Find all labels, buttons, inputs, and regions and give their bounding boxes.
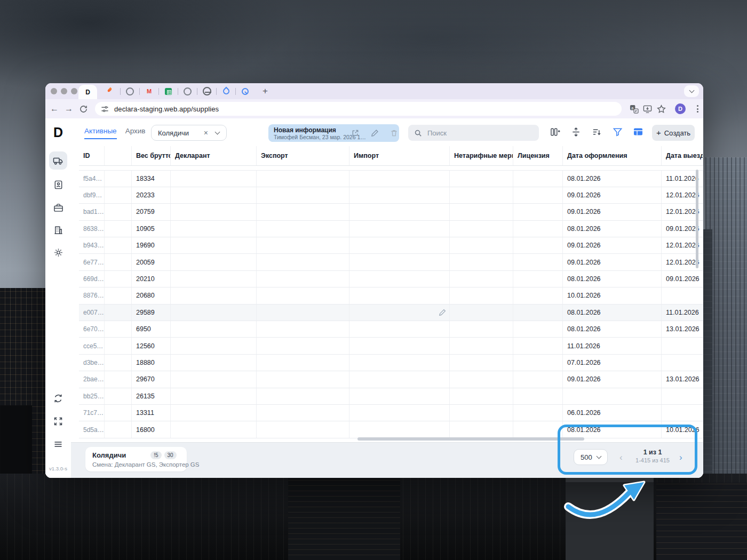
horizontal-scrollbar[interactable] xyxy=(357,437,584,441)
sidebar-item-supplies[interactable] xyxy=(49,151,67,170)
organization-card[interactable]: Колядичи !530 Смена: Декларант GS, Экспо… xyxy=(85,447,187,471)
column-header[interactable] xyxy=(105,146,132,165)
organization-name: Колядичи xyxy=(92,451,126,459)
profile-avatar[interactable]: D xyxy=(675,103,686,114)
address-bar[interactable]: declara-staging.web.app/supplies xyxy=(95,102,622,116)
sidebar-menu-button[interactable] xyxy=(49,435,67,453)
cell-license xyxy=(513,321,563,337)
translate-button[interactable]: a xyxy=(628,103,640,115)
pinned-tab-zoom[interactable] xyxy=(236,88,255,95)
pinned-tab-sheets[interactable] xyxy=(159,88,178,95)
briefcase-icon xyxy=(53,203,63,213)
chevron-down-icon[interactable] xyxy=(215,130,220,135)
minimize-window-button[interactable] xyxy=(61,88,67,94)
search-input[interactable] xyxy=(426,129,525,138)
table-row[interactable]: e007… 29589 08.01.2026 11.01.2026 xyxy=(79,305,703,321)
pinned-tab-globe[interactable] xyxy=(197,87,216,95)
site-settings-icon[interactable] xyxy=(101,105,109,113)
table-row[interactable]: 6e77… 20059 09.01.2026 12.01.2026 xyxy=(79,254,703,270)
pinned-tab-gmail[interactable]: M xyxy=(140,87,158,95)
tab-archive[interactable]: Архив xyxy=(125,127,146,139)
table-view-button[interactable] xyxy=(632,126,644,138)
cell-export xyxy=(257,371,349,387)
cell-blank xyxy=(105,171,132,187)
column-header[interactable]: Экспорт xyxy=(257,146,349,165)
plus-icon: + xyxy=(263,86,268,97)
table-row[interactable]: b943… 19690 09.01.2026 12.01.2026 xyxy=(79,237,703,254)
row-height-button[interactable] xyxy=(570,126,582,138)
column-settings-button[interactable] xyxy=(549,126,561,138)
app-logo: D xyxy=(45,125,71,140)
column-header[interactable]: Нетарифные меры xyxy=(450,146,513,165)
delete-notification-button[interactable] xyxy=(390,129,398,137)
tab-active-supplies[interactable]: Активные xyxy=(84,127,117,139)
notification-title: Новая информация xyxy=(274,126,336,134)
cell-nontariff xyxy=(450,271,513,287)
create-button[interactable]: + Создать xyxy=(652,125,695,141)
cell-nontariff xyxy=(450,204,513,220)
open-external-button[interactable] xyxy=(351,129,359,137)
page-size-value: 500 xyxy=(581,453,592,461)
column-header[interactable]: Вес брутто xyxy=(132,146,171,165)
cell-license xyxy=(513,204,563,220)
previous-page-button[interactable]: ‹ xyxy=(619,452,623,463)
column-header[interactable]: Дата выезда xyxy=(662,146,703,165)
table-row[interactable]: bb25… 26135 xyxy=(79,388,703,405)
close-window-button[interactable] xyxy=(51,88,57,94)
column-header[interactable]: ID xyxy=(79,146,105,165)
table-tools xyxy=(549,126,644,138)
browser-window: D M + ← → declara-staging.web.app/suppli… xyxy=(45,83,703,478)
table-row[interactable]: f5a4… 18334 08.01.2026 11.01.2026 xyxy=(79,171,703,187)
reload-button[interactable] xyxy=(77,103,89,115)
sidebar-item-jobs[interactable] xyxy=(49,198,67,217)
sync-icon xyxy=(53,394,63,403)
forward-button[interactable]: → xyxy=(63,103,75,115)
maximize-window-button[interactable] xyxy=(71,88,77,94)
edit-notification-button[interactable] xyxy=(371,129,379,137)
browser-menu-button[interactable] xyxy=(693,103,702,114)
cell-id: 71c7… xyxy=(79,405,105,421)
pinned-tab-extension-2[interactable] xyxy=(178,87,197,95)
table-row[interactable]: d3be… 18880 07.01.2026 xyxy=(79,355,703,371)
table-row[interactable]: 5d5a… 16800 08.01.2026 10.01.2026 xyxy=(79,421,703,438)
column-header[interactable]: Декларант xyxy=(171,146,257,165)
table-row[interactable]: bad1… 20759 09.01.2026 12.01.2026 xyxy=(79,204,703,220)
column-header[interactable]: Дата оформления xyxy=(563,146,662,165)
active-browser-tab[interactable]: D xyxy=(78,85,97,99)
table-row[interactable]: 6e70… 6950 08.01.2026 13.01.2026 xyxy=(79,321,703,338)
column-header[interactable]: Импорт xyxy=(349,146,450,165)
new-tab-button[interactable]: + xyxy=(259,85,272,98)
back-button[interactable]: ← xyxy=(49,103,60,115)
clear-icon[interactable]: × xyxy=(204,129,208,137)
cell-blank xyxy=(105,338,132,354)
status-badge: 30 xyxy=(164,451,177,459)
tab-search-button[interactable] xyxy=(684,85,699,97)
table-row[interactable]: 8876… 20680 10.01.2026 xyxy=(79,287,703,304)
edit-pencil-icon[interactable] xyxy=(439,309,446,317)
install-app-button[interactable] xyxy=(641,103,653,115)
sidebar-item-organizations[interactable] xyxy=(49,221,67,239)
sidebar-sync-button[interactable] xyxy=(49,389,67,407)
column-header[interactable]: Лицензия xyxy=(513,146,563,165)
table-row[interactable]: 71c7… 13311 06.01.2026 xyxy=(79,405,703,421)
page-size-select[interactable]: 500 xyxy=(574,449,608,465)
table-row[interactable]: 8638… 10905 08.01.2026 09.01.2026 xyxy=(79,221,703,237)
next-page-button[interactable]: › xyxy=(679,452,682,463)
table-row[interactable]: 669d… 20210 08.01.2026 09.01.2026 xyxy=(79,271,703,287)
search-box[interactable] xyxy=(408,125,539,141)
table-row[interactable]: cce5… 12560 11.01.2026 xyxy=(79,338,703,354)
branch-select[interactable]: Колядичи × xyxy=(151,125,227,141)
cell-nontariff xyxy=(450,254,513,270)
table-row[interactable]: dbf9… 20233 09.01.2026 12.01.2026 xyxy=(79,187,703,204)
bookmark-button[interactable] xyxy=(655,103,667,115)
notification-chip[interactable]: Новая информация Тимофей Бесман, 23 мар.… xyxy=(268,124,399,142)
pinned-tab-extension[interactable] xyxy=(121,87,139,95)
sidebar-fullscreen-button[interactable] xyxy=(49,412,67,430)
sort-button[interactable] xyxy=(591,126,602,138)
sidebar-item-settings[interactable] xyxy=(49,243,67,261)
sidebar-item-contacts[interactable] xyxy=(49,175,67,194)
table-row[interactable]: 2bae… 29670 09.01.2026 13.01.2026 xyxy=(79,371,703,388)
pinned-tab-drop[interactable] xyxy=(217,88,235,94)
filter-button[interactable] xyxy=(611,126,623,138)
vertical-scrollbar[interactable] xyxy=(696,170,698,268)
